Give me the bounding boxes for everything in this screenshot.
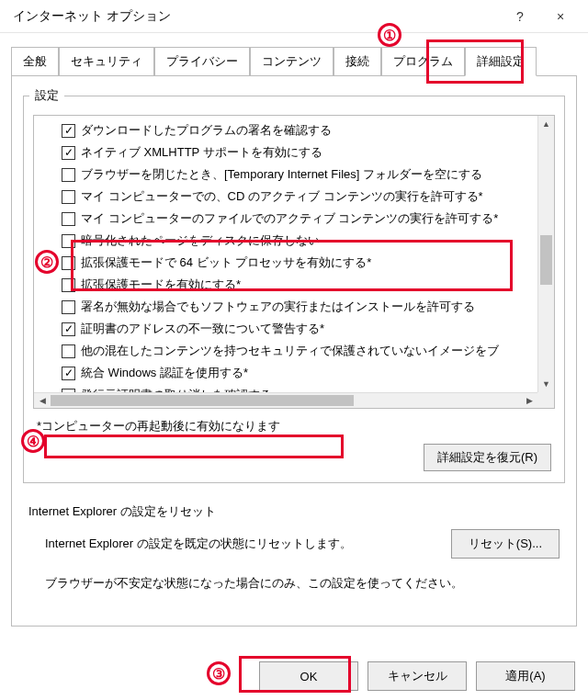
list-item[interactable]: 統合 Windows 認証を使用する*: [62, 362, 537, 384]
reset-section: Internet Explorer の設定をリセット Internet Expl…: [28, 503, 560, 592]
list-item[interactable]: 発行元証明書の取り消しを確認する: [62, 384, 537, 392]
chevron-down-icon[interactable]: ▼: [538, 376, 554, 392]
hscroll-thumb[interactable]: [51, 395, 354, 406]
checkbox[interactable]: [62, 234, 75, 248]
option-label: 他の混在したコンテンツを持つセキュリティで保護されていないイメージをブ: [81, 343, 499, 359]
reset-text: Internet Explorer の設定を既定の状態にリセットします。: [45, 536, 352, 552]
cancel-button[interactable]: キャンセル: [368, 661, 467, 691]
annotation-3: ③: [207, 661, 231, 685]
checkbox[interactable]: [62, 190, 75, 204]
checkbox[interactable]: [62, 300, 75, 314]
tab-content[interactable]: コンテンツ: [250, 47, 334, 76]
vertical-scrollbar[interactable]: ▲ ▼: [537, 116, 554, 392]
option-label: マイ コンピューターでの、CD のアクティブ コンテンツの実行を許可する*: [81, 188, 483, 205]
dialog-buttons: OK キャンセル 適用(A): [259, 661, 575, 691]
settings-list[interactable]: ダウンロードしたプログラムの署名を確認する ネイティブ XMLHTTP サポート…: [34, 116, 537, 392]
checkbox[interactable]: [62, 256, 75, 270]
reset-button[interactable]: リセット(S)...: [451, 529, 560, 559]
option-label: 拡張保護モードで 64 ビット プロセッサを有効にする*: [81, 254, 371, 271]
reset-description: ブラウザーが不安定な状態になった場合にのみ、この設定を使ってください。: [45, 575, 560, 592]
settings-list-wrap: ダウンロードしたプログラムの署名を確認する ネイティブ XMLHTTP サポート…: [33, 115, 555, 409]
tab-security[interactable]: セキュリティ: [59, 47, 154, 76]
option-label: ネイティブ XMLHTTP サポートを有効にする: [81, 144, 322, 161]
scroll-corner: [537, 392, 554, 408]
settings-legend: 設定: [29, 87, 64, 104]
checkbox[interactable]: [62, 367, 75, 380]
titlebar: インターネット オプション ? ×: [0, 0, 588, 33]
checkbox[interactable]: [62, 212, 75, 226]
option-label: 署名が無効な場合でもソフトウェアの実行またはインストールを許可する: [81, 299, 475, 315]
list-item[interactable]: 署名が無効な場合でもソフトウェアの実行またはインストールを許可する: [62, 296, 537, 318]
list-item[interactable]: 拡張保護モードで 64 ビット プロセッサを有効にする*: [62, 252, 537, 274]
tab-privacy[interactable]: プライバシー: [154, 47, 250, 76]
checkbox[interactable]: [62, 146, 75, 160]
help-icon[interactable]: ?: [500, 3, 540, 30]
close-icon[interactable]: ×: [540, 3, 581, 30]
chevron-up-icon[interactable]: ▲: [538, 116, 554, 132]
tab-programs[interactable]: プログラム: [381, 47, 465, 76]
checkbox[interactable]: [62, 124, 75, 138]
list-item[interactable]: マイ コンピューターのファイルでのアクティブ コンテンツの実行を許可する*: [62, 208, 537, 230]
tab-advanced-content: 設定 ダウンロードしたプログラムの署名を確認する ネイティブ XMLHTTP サ…: [11, 75, 577, 627]
checkbox[interactable]: [62, 344, 75, 358]
chevron-right-icon[interactable]: ▶: [521, 393, 537, 408]
window-title: インターネット オプション: [13, 8, 500, 25]
tab-connections[interactable]: 接続: [334, 47, 381, 76]
reset-heading: Internet Explorer の設定をリセット: [28, 503, 560, 520]
list-item[interactable]: マイ コンピューターでの、CD のアクティブ コンテンツの実行を許可する*: [62, 186, 537, 208]
list-item[interactable]: 他の混在したコンテンツを持つセキュリティで保護されていないイメージをブ: [62, 340, 537, 362]
restore-advanced-button[interactable]: 詳細設定を復元(R): [424, 444, 551, 471]
checkbox[interactable]: [62, 322, 75, 336]
chevron-left-icon[interactable]: ◀: [34, 393, 51, 408]
tab-general[interactable]: 全般: [11, 47, 59, 76]
option-label: 暗号化されたページをディスクに保存しない: [81, 232, 320, 249]
option-label: ダウンロードしたプログラムの署名を確認する: [81, 122, 332, 139]
list-item[interactable]: ブラウザーを閉じたとき、[Temporary Internet Files] フ…: [62, 164, 537, 186]
checkbox[interactable]: [62, 278, 75, 292]
list-item[interactable]: 拡張保護モードを有効にする*: [62, 274, 537, 296]
restart-note: *コンピューターの再起動後に有効になります: [37, 418, 551, 435]
list-item[interactable]: ネイティブ XMLHTTP サポートを有効にする: [62, 141, 537, 164]
apply-button[interactable]: 適用(A): [476, 661, 575, 691]
option-label: 証明書のアドレスの不一致について警告する*: [81, 321, 324, 337]
option-label: マイ コンピューターのファイルでのアクティブ コンテンツの実行を許可する*: [81, 210, 498, 227]
horizontal-scrollbar[interactable]: ◀ ▶: [34, 392, 537, 408]
option-label: ブラウザーを閉じたとき、[Temporary Internet Files] フ…: [81, 166, 482, 183]
vscroll-thumb[interactable]: [540, 235, 552, 285]
list-item[interactable]: ダウンロードしたプログラムの署名を確認する: [62, 119, 537, 141]
checkbox[interactable]: [62, 168, 75, 182]
settings-group: 設定 ダウンロードしたプログラムの署名を確認する ネイティブ XMLHTTP サ…: [23, 87, 565, 483]
option-label: 統合 Windows 認証を使用する*: [81, 365, 248, 381]
tab-advanced[interactable]: 詳細設定: [465, 47, 537, 76]
option-label: 拡張保護モードを有効にする*: [81, 277, 241, 293]
ok-button[interactable]: OK: [259, 661, 358, 691]
list-item[interactable]: 証明書のアドレスの不一致について警告する*: [62, 318, 537, 340]
tab-row: 全般 セキュリティ プライバシー コンテンツ 接続 プログラム 詳細設定: [0, 33, 588, 75]
list-item[interactable]: 暗号化されたページをディスクに保存しない: [62, 230, 537, 252]
